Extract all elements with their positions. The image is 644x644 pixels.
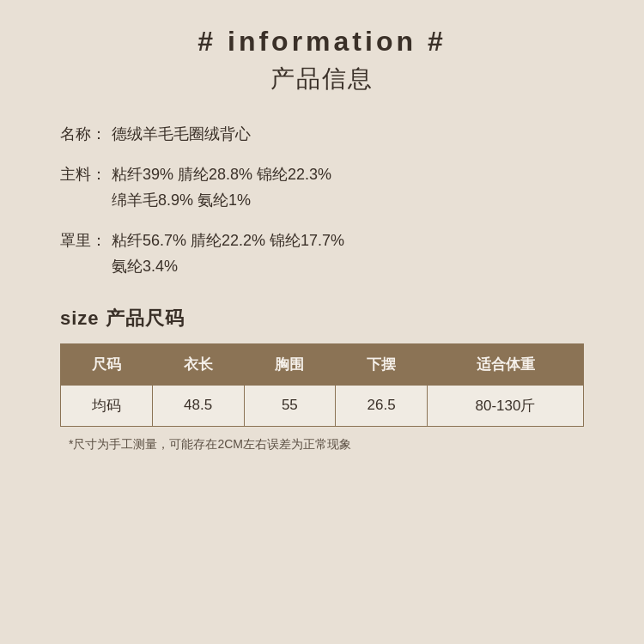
- page-container: # information # 产品信息 名称： 德绒羊毛毛圈绒背心 主料： 粘…: [0, 0, 644, 644]
- lining-row: 罩里： 粘纤56.7% 腈纶22.2% 锦纶17.7% 氨纶3.4%: [60, 228, 584, 280]
- size-title: size 产品尺码: [60, 306, 584, 331]
- cell-length: 48.5: [152, 385, 244, 426]
- table-header-length: 衣长: [152, 343, 244, 385]
- material-label: 主料：: [60, 161, 112, 188]
- size-section: size 产品尺码 尺码 衣长 胸围 下摆 适合体重 均码 48.5 55 26…: [52, 306, 592, 453]
- table-header-row: 尺码 衣长 胸围 下摆 适合体重: [61, 343, 584, 385]
- table-row: 均码 48.5 55 26.5 80-130斤: [61, 385, 584, 426]
- table-header-hem: 下摆: [336, 343, 428, 385]
- material-row: 主料： 粘纤39% 腈纶28.8% 锦纶22.3% 绵羊毛8.9% 氨纶1%: [60, 161, 584, 214]
- main-title: # information #: [52, 26, 592, 58]
- cell-weight: 80-130斤: [428, 385, 584, 426]
- lining-line2: 氨纶3.4%: [112, 258, 178, 275]
- lining-line1: 粘纤56.7% 腈纶22.2% 锦纶17.7%: [112, 232, 344, 249]
- size-table: 尺码 衣长 胸围 下摆 适合体重 均码 48.5 55 26.5 80-130斤: [60, 343, 584, 427]
- cell-hem: 26.5: [336, 385, 428, 426]
- table-header-weight: 适合体重: [428, 343, 584, 385]
- name-value: 德绒羊毛毛圈绒背心: [112, 121, 584, 148]
- name-row: 名称： 德绒羊毛毛圈绒背心: [60, 121, 584, 148]
- table-header-size: 尺码: [61, 343, 153, 385]
- table-header-chest: 胸围: [244, 343, 336, 385]
- lining-value: 粘纤56.7% 腈纶22.2% 锦纶17.7% 氨纶3.4%: [112, 228, 584, 280]
- info-section: 名称： 德绒羊毛毛圈绒背心 主料： 粘纤39% 腈纶28.8% 锦纶22.3% …: [52, 121, 592, 280]
- material-line2: 绵羊毛8.9% 氨纶1%: [112, 191, 251, 209]
- sub-title: 产品信息: [52, 63, 592, 95]
- header-section: # information # 产品信息: [52, 26, 592, 95]
- cell-chest: 55: [244, 385, 336, 426]
- cell-size: 均码: [61, 385, 153, 426]
- material-value: 粘纤39% 腈纶28.8% 锦纶22.3% 绵羊毛8.9% 氨纶1%: [112, 161, 584, 214]
- lining-label: 罩里：: [60, 228, 112, 254]
- name-label: 名称：: [60, 121, 112, 148]
- material-line1: 粘纤39% 腈纶28.8% 锦纶22.3%: [112, 166, 331, 183]
- note-text: *尺寸为手工测量，可能存在2CM左右误差为正常现象: [60, 437, 584, 453]
